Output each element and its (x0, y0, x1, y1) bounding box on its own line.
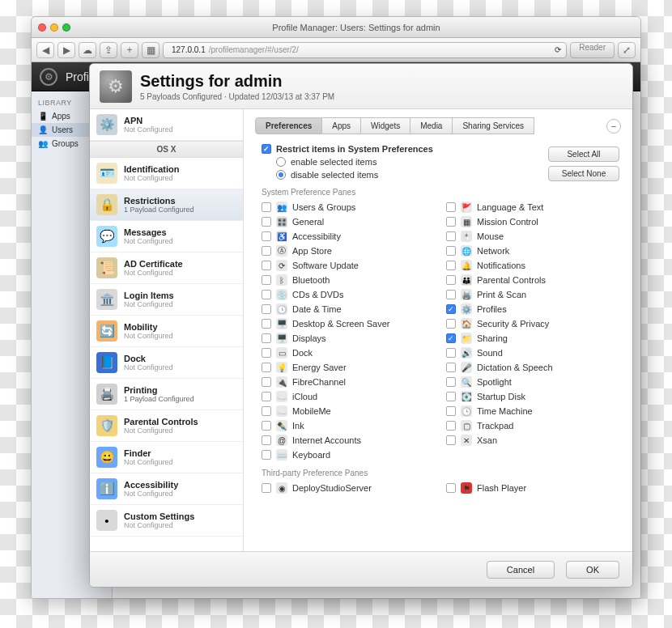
pane-fibrechannel[interactable]: 🔌FibreChannel (262, 375, 436, 389)
disable-radio[interactable] (276, 170, 286, 180)
pane-notifications[interactable]: 🔔Notifications (446, 258, 621, 273)
pane-internet-accounts[interactable]: @Internet Accounts (262, 433, 436, 448)
pane-checkbox[interactable] (446, 421, 456, 431)
payload-dock[interactable]: 📘DockNot Configured (90, 347, 243, 379)
pane-checkbox[interactable] (446, 202, 456, 212)
pane-desktop-screen-saver[interactable]: 🖥️Desktop & Screen Saver (262, 316, 436, 331)
reader-button[interactable]: Reader (570, 42, 615, 58)
pane-icloud[interactable]: ☁️iCloud (262, 389, 436, 404)
pane-flash-player[interactable]: ⚑Flash Player (446, 481, 621, 495)
payload-mobility[interactable]: 🔄MobilityNot Configured (90, 316, 243, 347)
tab-media[interactable]: Media (410, 117, 453, 134)
pane-checkbox[interactable] (262, 392, 271, 401)
pane-checkbox[interactable] (446, 246, 456, 256)
reload-icon[interactable]: ⟳ (555, 45, 561, 54)
back-button[interactable]: ◀ (36, 42, 54, 58)
pane-checkbox[interactable] (262, 450, 271, 460)
payload-printing[interactable]: 🖨️Printing1 Payload Configured (90, 379, 243, 410)
pane-checkbox[interactable] (262, 261, 271, 270)
pane-checkbox[interactable] (446, 290, 456, 299)
collapse-button[interactable]: − (606, 119, 621, 134)
pane-sharing[interactable]: 📁Sharing (446, 331, 621, 346)
pane-mobileme[interactable]: ☁️MobileMe (262, 404, 436, 418)
pane-dictation-speech[interactable]: 🎤Dictation & Speech (446, 360, 621, 375)
payload-finder[interactable]: 😀FinderNot Configured (90, 442, 243, 473)
enable-radio[interactable] (276, 157, 286, 167)
pane-checkbox[interactable] (446, 363, 456, 372)
tab-apps[interactable]: Apps (322, 117, 361, 134)
pane-deploystudioserver[interactable]: ◉DeployStudioServer (262, 481, 436, 495)
payload-ad-certificate[interactable]: 📜AD CertificateNot Configured (90, 252, 243, 284)
pane-checkbox[interactable] (262, 348, 271, 358)
payload-parental-controls[interactable]: 🛡️Parental ControlsNot Configured (90, 410, 243, 442)
pane-trackpad[interactable]: ▢Trackpad (446, 418, 621, 433)
payload-identification[interactable]: 🪪IdentificationNot Configured (90, 158, 243, 189)
payload-login-items[interactable]: 🏛️Login ItemsNot Configured (90, 284, 243, 316)
pane-checkbox[interactable] (262, 421, 271, 431)
pane-xsan[interactable]: ✕Xsan (446, 433, 621, 448)
payload-accessibility[interactable]: ℹ️AccessibilityNot Configured (90, 473, 243, 505)
pane-checkbox[interactable] (262, 435, 271, 445)
address-bar[interactable]: 127.0.0.1 /profilemanager/#/user/2/ ⟳ (163, 42, 567, 58)
expand-button[interactable]: ⤢ (618, 42, 636, 58)
minimize-window-button[interactable] (50, 23, 58, 32)
pane-bluetooth[interactable]: ᛒBluetooth (262, 273, 436, 287)
forward-button[interactable]: ▶ (57, 42, 75, 58)
close-window-button[interactable] (38, 23, 46, 32)
pane-software-update[interactable]: ⟳Software Update (262, 258, 436, 273)
pane-dock[interactable]: ▭Dock (262, 346, 436, 360)
pane-startup-disk[interactable]: 💽Startup Disk (446, 389, 621, 404)
pane-checkbox[interactable] (446, 333, 456, 343)
pane-checkbox[interactable] (446, 406, 456, 416)
pane-security-privacy[interactable]: 🏠Security & Privacy (446, 316, 621, 331)
pane-checkbox[interactable] (446, 319, 456, 329)
pane-print-scan[interactable]: 🖨️Print & Scan (446, 287, 621, 302)
pane-checkbox[interactable] (262, 231, 271, 241)
share-button[interactable]: ⇪ (100, 42, 117, 58)
pane-checkbox[interactable] (446, 483, 456, 493)
tab-widgets[interactable]: Widgets (361, 117, 410, 134)
pane-app-store[interactable]: ⒶApp Store (262, 244, 436, 258)
restrict-checkbox[interactable] (262, 144, 271, 154)
pane-general[interactable]: 🎛️General (262, 214, 436, 229)
pane-checkbox[interactable] (446, 231, 456, 241)
pane-checkbox[interactable] (262, 217, 271, 227)
payload-custom-settings[interactable]: •Custom SettingsNot Configured (90, 505, 243, 537)
pane-checkbox[interactable] (446, 275, 456, 285)
pane-parental-controls[interactable]: 👪Parental Controls (446, 273, 621, 287)
pane-checkbox[interactable] (262, 304, 271, 314)
select-none-button[interactable]: Select None (548, 166, 619, 181)
pane-spotlight[interactable]: 🔍Spotlight (446, 375, 621, 389)
ok-button[interactable]: OK (566, 561, 619, 579)
pane-accessibility[interactable]: ♿Accessibility (262, 229, 436, 244)
pane-checkbox[interactable] (262, 290, 271, 299)
pane-checkbox[interactable] (262, 246, 271, 256)
pane-checkbox[interactable] (446, 217, 456, 227)
pane-date-time[interactable]: 🕓Date & Time (262, 302, 436, 316)
cancel-button[interactable]: Cancel (487, 561, 555, 579)
pane-checkbox[interactable] (446, 304, 456, 314)
payload-sidebar[interactable]: ⚙️APNNot ConfiguredOS X🪪IdentificationNo… (90, 109, 244, 551)
pane-displays[interactable]: 🖥️Displays (262, 331, 436, 346)
pane-cds-dvds[interactable]: 💿CDs & DVDs (262, 287, 436, 302)
pane-checkbox[interactable] (262, 333, 271, 343)
pane-checkbox[interactable] (262, 275, 271, 285)
pane-checkbox[interactable] (262, 202, 271, 212)
payload-messages[interactable]: 💬MessagesNot Configured (90, 221, 243, 252)
icloud-button[interactable]: ☁︎ (79, 42, 96, 58)
pane-language-text[interactable]: 🚩Language & Text (446, 200, 621, 214)
pane-checkbox[interactable] (262, 377, 271, 387)
pane-users-groups[interactable]: 👥Users & Groups (262, 200, 436, 214)
pane-checkbox[interactable] (446, 392, 456, 401)
pane-checkbox[interactable] (446, 435, 456, 445)
pane-checkbox[interactable] (262, 406, 271, 416)
pane-checkbox[interactable] (446, 348, 456, 358)
pane-ink[interactable]: ✒️Ink (262, 418, 436, 433)
tab-preferences[interactable]: Preferences (255, 117, 322, 134)
pane-checkbox[interactable] (446, 261, 456, 270)
pane-profiles[interactable]: ⚙️Profiles (446, 302, 621, 316)
pane-sound[interactable]: 🔊Sound (446, 346, 621, 360)
payload-apn[interactable]: ⚙️APNNot Configured (90, 109, 243, 141)
pane-keyboard[interactable]: ⌨️Keyboard (262, 448, 436, 462)
pane-mouse[interactable]: 🖱️Mouse (446, 229, 621, 244)
